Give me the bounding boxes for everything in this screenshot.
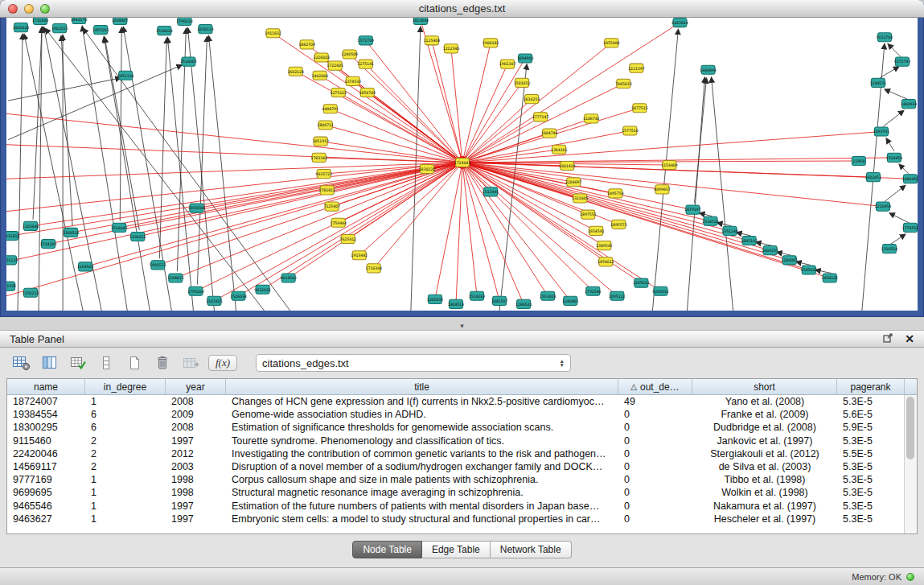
graph-node[interactable]: 8099657	[654, 185, 671, 194]
graph-node[interactable]: 1804513	[448, 299, 464, 308]
graph-node[interactable]: 1790218	[176, 18, 192, 26]
tab-node-table[interactable]: Node Table	[352, 541, 422, 558]
graph-node[interactable]: 1961307	[499, 60, 516, 68]
graph-node[interactable]: 1093741	[873, 127, 890, 136]
graph-node[interactable]: 1777147	[532, 113, 549, 122]
column-header-title[interactable]: title	[226, 379, 618, 394]
graph-node[interactable]: 1897553	[580, 210, 596, 219]
graph-node[interactable]: 1616253	[524, 95, 540, 104]
graph-node[interactable]: 7625412	[340, 234, 357, 243]
graph-node[interactable]: 2226018	[313, 53, 329, 62]
graph-node[interactable]: 2240508	[342, 50, 358, 59]
graph-node[interactable]: 1442004	[311, 71, 327, 80]
row-height-button[interactable]	[96, 353, 117, 373]
graph-node[interactable]: 1841628	[13, 23, 29, 32]
tab-edge-table[interactable]: Edge Table	[422, 541, 491, 558]
graph-node[interactable]: 1455203	[92, 26, 109, 35]
graph-node[interactable]: 1795204	[187, 286, 203, 295]
graph-node[interactable]: 1604744	[541, 129, 558, 138]
graph-node[interactable]: 1902215	[51, 24, 68, 33]
graph-node[interactable]: 1664894	[700, 65, 717, 74]
close-window-button[interactable]	[8, 4, 18, 14]
graph-node[interactable]: 1240865	[562, 296, 579, 305]
graph-node[interactable]: 1654592	[588, 226, 605, 235]
graph-node[interactable]: 1150213	[23, 288, 39, 297]
column-header-short[interactable]: short	[692, 379, 837, 394]
graph-node[interactable]: 1031125	[6, 256, 18, 265]
show-columns-button[interactable]	[39, 353, 60, 373]
graph-node[interactable]: 1389545	[596, 241, 612, 250]
panel-resize-handle[interactable]: ▾	[0, 317, 924, 330]
graph-node[interactable]: 9272743	[894, 57, 911, 66]
scrollbar-thumb[interactable]	[906, 397, 914, 459]
graph-node[interactable]: 2103415	[206, 296, 222, 305]
graph-node[interactable]: 1783342	[310, 153, 326, 162]
graph-node[interactable]: 2051130	[117, 71, 133, 80]
graph-node[interactable]: 1854709	[359, 88, 376, 97]
graph-node[interactable]: 1125408	[424, 36, 441, 45]
new-table-button[interactable]	[124, 353, 145, 373]
function-builder-button[interactable]: f(x)	[208, 355, 237, 371]
graph-node[interactable]: 1638407	[112, 18, 128, 25]
graph-node[interactable]: 1830220	[419, 165, 436, 174]
graph-node[interactable]: 1526038	[230, 291, 247, 300]
graph-node[interactable]: 1694900	[517, 54, 533, 63]
graph-node[interactable]: 1495754	[607, 189, 624, 198]
graph-node[interactable]: 1080456	[902, 175, 918, 183]
graph-node[interactable]: 1805142	[741, 236, 758, 245]
graph-node[interactable]: 1882709	[298, 40, 314, 49]
graph-node[interactable]: 1514450	[886, 153, 903, 162]
graph-node[interactable]: 1716304	[366, 264, 383, 273]
column-header-year[interactable]: year	[166, 379, 226, 394]
import-table-button[interactable]	[180, 353, 201, 373]
float-panel-icon[interactable]	[883, 332, 893, 346]
graph-node[interactable]: 1724043	[454, 158, 471, 167]
graph-node[interactable]: 1581652	[514, 78, 530, 87]
graph-node[interactable]: 1212540	[443, 44, 460, 53]
graph-node[interactable]: 9624502	[280, 274, 297, 282]
network-canvas[interactable]: 1841628173160419022151842170145520316384…	[6, 18, 918, 311]
graph-node[interactable]: 9245032	[652, 286, 668, 295]
graph-node[interactable]: 1154409	[661, 160, 677, 169]
graph-node[interactable]: 4275122	[331, 88, 347, 97]
graph-node[interactable]: 1186520	[515, 299, 532, 308]
graph-node[interactable]: 1602451	[865, 173, 882, 182]
graph-node[interactable]: 3051933	[312, 137, 328, 146]
minimize-window-button[interactable]	[24, 4, 34, 14]
table-select-dropdown[interactable]: citations_edges.txt ▲ ▼	[256, 354, 571, 372]
graph-node[interactable]: 1513445	[483, 187, 499, 196]
graph-node[interactable]: 1759444	[331, 218, 347, 227]
graph-node[interactable]: 1275141	[358, 60, 374, 68]
table-row[interactable]: 2242004622012Investigating the contribut…	[7, 447, 905, 460]
graph-node[interactable]: 1444934	[901, 100, 918, 109]
table-row[interactable]: 1872400712008Changes of HCN gene express…	[7, 395, 905, 408]
graph-node[interactable]: 1545022	[801, 266, 817, 274]
graph-node[interactable]: 1722605	[327, 61, 343, 70]
graph-node[interactable]: 15958	[852, 156, 865, 165]
graph-node[interactable]: 4408791	[322, 105, 339, 113]
table-row[interactable]: 1938455462009Genome-wide association stu…	[7, 408, 905, 421]
graph-node[interactable]: 1842170	[71, 18, 87, 24]
graph-node[interactable]: 1265035	[427, 295, 443, 303]
graph-node[interactable]: 1906182	[483, 39, 499, 47]
graph-node[interactable]: 2360518	[63, 228, 79, 237]
graph-node[interactable]: 1895573	[610, 220, 626, 229]
table-row[interactable]: 946362711997Embryonic stem cells: a mode…	[7, 513, 905, 525]
graph-node[interactable]: 1095122	[609, 291, 626, 300]
graph-node[interactable]: 8183014	[671, 19, 688, 27]
column-header-pagerank[interactable]: pagerank	[837, 379, 905, 394]
graph-node[interactable]: 1055408	[603, 39, 620, 47]
table-row[interactable]: 911546021997Tourette syndrome. Phenomeno…	[7, 435, 905, 447]
graph-node[interactable]: 2056506	[188, 204, 204, 212]
graph-node[interactable]: 9051505	[6, 282, 16, 290]
table-scrollbar[interactable]	[904, 395, 917, 534]
table-row[interactable]: 977716911998Corpus callosum shape and si…	[7, 473, 905, 486]
graph-node[interactable]: 1321605	[572, 194, 589, 203]
tab-network-table[interactable]: Network Table	[491, 541, 572, 558]
column-header-in_degree[interactable]: in_degree	[85, 379, 166, 394]
graph-node[interactable]: 1203648	[23, 221, 39, 230]
graph-node[interactable]: 1572709	[358, 36, 374, 45]
graph-node[interactable]: 9331812	[6, 231, 19, 240]
column-header-name[interactable]: name	[7, 379, 85, 394]
graph-node[interactable]: 1553028	[540, 291, 556, 300]
